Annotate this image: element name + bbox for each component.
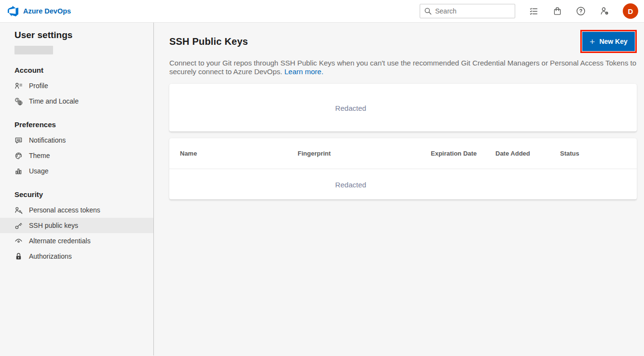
table-row: Redacted [169,169,637,199]
person-key-icon [14,206,23,214]
key-icon [14,222,23,230]
marketplace-bag-icon[interactable] [552,6,562,16]
sidebar-item-ssh-public-keys[interactable]: SSH public keys [0,218,153,233]
sidebar-item-label: Usage [29,167,48,175]
task-list-icon[interactable] [528,6,539,16]
page-header: SSH Public Keys + New Key [169,30,637,53]
new-key-button-label: New Key [599,38,627,45]
column-header-fingerprint: Fingerprint [298,150,431,157]
learn-more-link[interactable]: Learn more. [284,67,323,76]
sidebar-item-profile[interactable]: Profile [0,78,153,93]
main-content: SSH Public Keys + New Key Connect to you… [154,23,644,356]
sidebar-heading-account: Account [14,66,153,74]
topbar-actions: D [420,3,638,19]
column-header-expiration-date: Expiration Date [431,150,495,157]
sidebar-item-label: Personal access tokens [29,206,100,214]
sidebar-item-notifications[interactable]: Notifications [0,132,153,148]
sidebar-redacted-block [14,46,53,54]
sidebar-item-personal-access-tokens[interactable]: Personal access tokens [0,202,153,218]
description-text: Connect to your Git repos through SSH Pu… [169,59,636,76]
sidebar-item-alternate-credentials[interactable]: Alternate credentials [0,233,153,249]
top-bar: Azure DevOps [0,0,644,23]
plus-icon: + [589,37,595,46]
search-box[interactable] [420,4,515,18]
sidebar-heading-security: Security [14,190,153,198]
sidebar: User settings Account Profile Time and L… [0,23,154,356]
search-input[interactable] [435,7,511,15]
azure-devops-home-link[interactable]: Azure DevOps [8,6,71,16]
page-description: Connect to your Git repos through SSH Pu… [169,59,637,76]
help-icon[interactable] [575,6,586,16]
redacted-banner-card: Redacted [169,84,637,132]
annotation-highlight-box: + New Key [580,30,637,53]
avatar[interactable]: D [623,3,638,19]
comment-icon [14,136,23,145]
ssh-keys-table-card: Name Fingerprint Expiration Date Date Ad… [169,138,637,199]
sidebar-item-time-and-locale[interactable]: Time and Locale [0,93,153,109]
column-header-status: Status [560,150,579,157]
bar-chart-icon [14,167,23,175]
sidebar-item-theme[interactable]: Theme [0,148,153,163]
user-settings-icon[interactable] [599,6,610,16]
table-header-row: Name Fingerprint Expiration Date Date Ad… [169,138,637,169]
azure-devops-logo-icon [8,6,18,16]
redacted-text: Redacted [335,180,366,188]
page-title: SSH Public Keys [169,36,248,47]
new-key-button[interactable]: + New Key [582,32,635,51]
sidebar-item-label: Authorizations [29,252,72,260]
palette-icon [14,152,23,160]
eye-icon [14,237,23,245]
app-shell: User settings Account Profile Time and L… [0,23,644,356]
sidebar-item-label: Time and Locale [29,97,79,105]
column-header-name: Name [180,150,298,157]
profile-icon [14,82,23,90]
lock-icon [14,252,23,261]
sidebar-item-usage[interactable]: Usage [0,163,153,179]
sidebar-item-label: Notifications [29,136,66,144]
search-icon [424,7,432,15]
sidebar-title: User settings [14,30,153,40]
sidebar-item-label: SSH public keys [29,222,78,229]
sidebar-item-authorizations[interactable]: Authorizations [0,249,153,264]
sidebar-item-label: Theme [29,152,50,159]
sidebar-item-label: Alternate credentials [29,237,91,245]
clock-globe-icon [14,97,23,105]
app-title: Azure DevOps [23,7,71,15]
sidebar-heading-preferences: Preferences [14,120,153,129]
column-header-date-added: Date Added [495,150,560,157]
redacted-text: Redacted [335,104,366,112]
sidebar-item-label: Profile [29,82,48,90]
